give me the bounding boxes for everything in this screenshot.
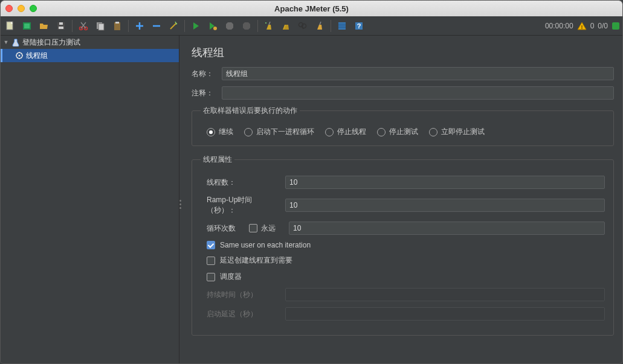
wand-icon[interactable] bbox=[166, 19, 181, 33]
radio-continue[interactable]: 继续 bbox=[207, 127, 233, 137]
scheduler-label: 调度器 bbox=[220, 272, 242, 282]
comment-label: 注释： bbox=[192, 88, 217, 98]
loop-label: 循环次数 bbox=[207, 223, 243, 234]
tree-row-test-plan[interactable]: ▼ 登陆接口压力测试 bbox=[1, 36, 179, 49]
shutdown-icon[interactable] bbox=[239, 19, 254, 33]
disclosure-triangle-icon[interactable]: ▼ bbox=[3, 39, 9, 45]
thread-properties-group: 线程属性 线程数： Ramp-Up时间（秒）： 循环次数 永远 Same use… bbox=[192, 155, 614, 336]
clear-icon[interactable] bbox=[262, 19, 276, 33]
new-icon[interactable] bbox=[3, 19, 18, 33]
forever-label: 永远 bbox=[261, 223, 276, 234]
reset-search-icon[interactable] bbox=[312, 19, 327, 33]
name-input[interactable] bbox=[222, 67, 614, 80]
ramp-up-label: Ramp-Up时间（秒）： bbox=[207, 195, 279, 216]
same-user-label: Same user on each iteration bbox=[220, 241, 311, 249]
radio-stop-thread[interactable]: 停止线程 bbox=[325, 127, 366, 137]
panel-heading: 线程组 bbox=[192, 45, 614, 60]
remove-icon[interactable] bbox=[149, 19, 164, 33]
stop-icon[interactable] bbox=[222, 19, 237, 33]
test-plan-tree[interactable]: ▼ 登陆接口压力测试 线程组 bbox=[1, 36, 179, 363]
radio-start-next-loop[interactable]: 启动下一进程循环 bbox=[244, 127, 314, 137]
svg-rect-2 bbox=[24, 24, 30, 28]
radio-icon bbox=[429, 128, 437, 136]
svg-rect-5 bbox=[59, 22, 63, 25]
startup-delay-label: 启动延迟（秒） bbox=[207, 309, 279, 319]
clear-all-icon[interactable] bbox=[279, 19, 293, 33]
name-label: 名称： bbox=[192, 69, 217, 79]
threads-input[interactable] bbox=[285, 176, 605, 189]
toolbar-status: 00:00:00 ! 0 0/0 bbox=[545, 21, 620, 31]
run-indicator-icon bbox=[612, 22, 620, 30]
window-titlebar: Apache JMeter (5.5) bbox=[1, 1, 622, 16]
threads-label: 线程数： bbox=[207, 177, 279, 188]
svg-point-22 bbox=[19, 55, 21, 57]
tree-row-thread-group[interactable]: 线程组 bbox=[1, 49, 179, 62]
thread-properties-legend: 线程属性 bbox=[201, 155, 234, 165]
on-error-group: 在取样器错误后要执行的动作 继续 启动下一进程循环 停止线程 停止测试 立即停止… bbox=[192, 106, 614, 146]
tree-label-thread-group: 线程组 bbox=[26, 51, 48, 61]
on-error-legend: 在取样器错误后要执行的动作 bbox=[201, 106, 300, 116]
svg-rect-9 bbox=[98, 24, 104, 30]
svg-text:!: ! bbox=[581, 24, 583, 30]
svg-point-12 bbox=[213, 27, 217, 30]
radio-icon bbox=[244, 128, 253, 136]
thread-group-icon bbox=[15, 51, 24, 60]
radio-stop-now[interactable]: 立即停止测试 bbox=[429, 127, 485, 137]
save-icon[interactable] bbox=[54, 19, 68, 33]
splitter-handle[interactable] bbox=[179, 200, 181, 209]
radio-icon bbox=[325, 128, 334, 136]
window-controls bbox=[5, 5, 37, 12]
svg-rect-20 bbox=[612, 22, 619, 30]
paste-icon[interactable] bbox=[110, 19, 124, 33]
minimize-window-button[interactable] bbox=[18, 5, 25, 12]
open-icon[interactable] bbox=[37, 19, 51, 33]
ramp-up-input[interactable] bbox=[285, 199, 605, 212]
thread-group-panel: 线程组 名称： 注释： 在取样器错误后要执行的动作 继续 启动下一进程循环 停止… bbox=[179, 36, 622, 363]
delayed-start-checkbox[interactable] bbox=[207, 257, 215, 265]
startup-delay-input bbox=[285, 307, 605, 321]
window-title: Apache JMeter (5.5) bbox=[274, 4, 349, 13]
svg-rect-4 bbox=[59, 27, 63, 29]
close-window-button[interactable] bbox=[5, 5, 13, 12]
svg-text:?: ? bbox=[357, 22, 361, 30]
zoom-window-button[interactable] bbox=[30, 5, 37, 12]
tree-label-test-plan: 登陆接口压力测试 bbox=[22, 37, 80, 48]
cut-icon[interactable] bbox=[76, 19, 91, 33]
function-helper-icon[interactable] bbox=[335, 19, 349, 33]
run-icon[interactable] bbox=[189, 19, 203, 33]
forever-checkbox[interactable] bbox=[249, 224, 257, 232]
thread-count: 0/0 bbox=[598, 22, 608, 30]
error-count: 0 bbox=[590, 22, 595, 30]
run-no-pause-icon[interactable] bbox=[205, 19, 220, 33]
radio-icon bbox=[207, 128, 215, 136]
comment-input[interactable] bbox=[222, 86, 614, 100]
elapsed-time: 00:00:00 bbox=[545, 22, 573, 30]
warning-icon[interactable]: ! bbox=[577, 21, 587, 31]
loop-input[interactable] bbox=[289, 222, 605, 235]
radio-icon bbox=[377, 128, 386, 136]
test-plan-icon bbox=[11, 38, 20, 46]
main-toolbar: ? 00:00:00 ! 0 0/0 bbox=[1, 16, 622, 36]
copy-icon[interactable] bbox=[93, 19, 108, 33]
scheduler-checkbox[interactable] bbox=[207, 273, 215, 281]
radio-stop-test[interactable]: 停止测试 bbox=[377, 127, 418, 137]
duration-input bbox=[285, 288, 605, 301]
svg-point-13 bbox=[265, 22, 266, 24]
delayed-start-label: 延迟创建线程直到需要 bbox=[220, 255, 292, 266]
same-user-checkbox[interactable] bbox=[207, 241, 215, 249]
add-icon[interactable] bbox=[132, 19, 147, 33]
search-icon[interactable] bbox=[295, 19, 310, 33]
templates-icon[interactable] bbox=[20, 19, 34, 33]
help-icon[interactable]: ? bbox=[352, 19, 366, 33]
svg-rect-11 bbox=[115, 22, 119, 24]
duration-label: 持续时间（秒） bbox=[207, 290, 279, 300]
